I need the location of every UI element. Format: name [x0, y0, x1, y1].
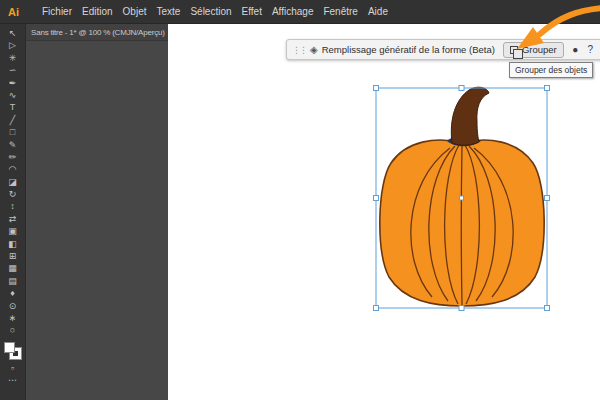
- selection-tool-icon[interactable]: ↖: [0, 27, 26, 39]
- globe-icon[interactable]: ●: [568, 44, 583, 55]
- zoom-tool-icon[interactable]: ○: [0, 324, 26, 336]
- illustrator-logo: Ai: [8, 6, 19, 18]
- menu-item-texte[interactable]: Texte: [152, 0, 186, 24]
- blend-tool-icon[interactable]: ⊙: [0, 300, 26, 312]
- type-tool-icon[interactable]: T: [0, 101, 26, 113]
- fill-stroke-swatches[interactable]: [4, 342, 21, 359]
- tab-close-icon[interactable]: ×: [165, 27, 168, 38]
- generative-fill-icon: ◈: [310, 44, 318, 55]
- context-trailing-icons: ●?⋯≡: [568, 44, 600, 55]
- shaper-tool-icon[interactable]: ◠: [0, 163, 26, 175]
- shape-builder-tool-icon[interactable]: ◧: [0, 238, 26, 250]
- magic-wand-tool-icon[interactable]: ✳: [0, 52, 26, 64]
- tooltip-text: Grouper des objets: [515, 65, 587, 75]
- help-icon[interactable]: ?: [583, 44, 598, 55]
- contextual-task-bar: ⋮⋮ ◈ Remplissage génératif de la forme (…: [286, 39, 600, 60]
- gradient-tool-icon[interactable]: ▤: [0, 275, 26, 287]
- eraser-tool-icon[interactable]: ◪: [0, 176, 26, 188]
- toolbar-more-icon[interactable]: ⋯: [0, 374, 26, 386]
- menu-item-fichier[interactable]: Fichier: [37, 0, 77, 24]
- menu-item-edition[interactable]: Edition: [77, 0, 118, 24]
- mesh-tool-icon[interactable]: ▦: [0, 262, 26, 274]
- drag-handle-icon[interactable]: ⋮⋮: [292, 45, 306, 55]
- rotate-tool-icon[interactable]: ↻: [0, 188, 26, 200]
- pen-tool-icon[interactable]: ✒: [0, 77, 26, 89]
- menu-item-fenetre[interactable]: Fenêtre: [318, 0, 362, 24]
- lasso-tool-icon[interactable]: ∽: [0, 64, 26, 76]
- menu-bar: Ai FichierEditionObjetTexteSélectionEffe…: [0, 0, 600, 24]
- symbol-sprayer-tool-icon[interactable]: ∗: [0, 312, 26, 324]
- generative-fill-button[interactable]: ◈ Remplissage génératif de la forme (Bet…: [310, 44, 495, 55]
- menu-item-aide[interactable]: Aide: [363, 0, 393, 24]
- line-segment-tool-icon[interactable]: ╱: [0, 114, 26, 126]
- menu-item-objet[interactable]: Objet: [118, 0, 152, 24]
- menu-items: FichierEditionObjetTexteSélectionEffetAf…: [37, 0, 393, 24]
- fill-swatch[interactable]: [4, 342, 15, 353]
- generative-fill-label: Remplissage génératif de la forme (Beta): [322, 44, 495, 55]
- menu-item-selection[interactable]: Sélection: [185, 0, 236, 24]
- pasteboard[interactable]: [26, 24, 168, 400]
- free-transform-tool-icon[interactable]: ▣: [0, 225, 26, 237]
- tools-list: ↖▷✳∽✒∿T╱□✎✏◠◪↻↕⇄▣◧⊞▦▤♦⊙∗○: [0, 27, 26, 337]
- group-button-label: Grouper: [522, 44, 557, 55]
- tooltip: Grouper des objets: [509, 62, 593, 78]
- drawing-mode-icon[interactable]: ▫: [0, 362, 26, 374]
- tools-panel: ↖▷✳∽✒∿T╱□✎✏◠◪↻↕⇄▣◧⊞▦▤♦⊙∗○ ▫⋯: [0, 24, 26, 400]
- paintbrush-tool-icon[interactable]: ✎: [0, 139, 26, 151]
- eyedropper-tool-icon[interactable]: ♦: [0, 287, 26, 299]
- menu-item-effet[interactable]: Effet: [237, 0, 267, 24]
- perspective-grid-tool-icon[interactable]: ⊞: [0, 250, 26, 262]
- toolbar-extra-icons: ▫⋯: [0, 362, 26, 387]
- rectangle-tool-icon[interactable]: □: [0, 126, 26, 138]
- curvature-tool-icon[interactable]: ∿: [0, 89, 26, 101]
- group-button[interactable]: Grouper: [503, 42, 564, 58]
- artboard-canvas[interactable]: [168, 24, 600, 400]
- width-tool-icon[interactable]: ⇄: [0, 213, 26, 225]
- document-tab[interactable]: Sans titre - 1* @ 100 % (CMJN/Aperçu) ×: [26, 24, 168, 41]
- menu-item-affichage[interactable]: Affichage: [267, 0, 319, 24]
- pencil-tool-icon[interactable]: ✏: [0, 151, 26, 163]
- scale-tool-icon[interactable]: ↕: [0, 200, 26, 212]
- group-objects-icon: [510, 46, 518, 54]
- direct-selection-tool-icon[interactable]: ▷: [0, 39, 26, 51]
- document-tab-label: Sans titre - 1* @ 100 % (CMJN/Aperçu): [31, 28, 165, 37]
